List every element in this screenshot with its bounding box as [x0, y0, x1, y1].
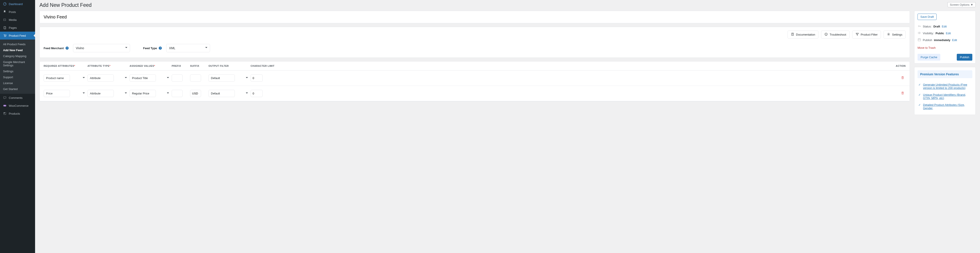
sidebar-label: Dashboard — [9, 2, 23, 6]
sidebar-item-comments[interactable]: Comments — [0, 94, 35, 102]
edit-schedule-link[interactable]: Edit — [952, 38, 957, 42]
sidebar-meta: Save Draft Status: Draft Edit Visibility… — [914, 11, 975, 118]
char-limit-input[interactable] — [251, 74, 262, 82]
submenu-product-feed: All Product Feeds Add New Feed Category … — [0, 40, 35, 94]
check-icon: ✓ — [918, 93, 921, 100]
sidebar-item-woocommerce[interactable]: Woo WooCommerce — [0, 102, 35, 110]
schedule-row: Publish immediately Edit — [918, 37, 972, 43]
documentation-button[interactable]: Documentation — [788, 30, 818, 38]
premium-link[interactable]: Detailed Product Attributes (Size, Gende… — [923, 103, 972, 110]
svg-rect-1 — [3, 19, 6, 21]
svg-point-5 — [4, 37, 5, 37]
sidebar-item-product-feed[interactable]: Product Feed — [0, 32, 35, 40]
comments-icon — [3, 96, 7, 100]
save-draft-button[interactable]: Save Draft — [918, 14, 937, 20]
suffix-input[interactable] — [190, 74, 201, 82]
output-filter-select[interactable]: Default — [208, 74, 251, 82]
premium-link[interactable]: Unique Product Identifiers (Brand, GTIN,… — [923, 93, 972, 100]
feed-config-card: Documentation Troubleshoot Product Filte… — [40, 27, 910, 58]
status-row: Status: Draft Edit — [918, 23, 972, 30]
document-icon — [791, 32, 794, 37]
submenu-get-started[interactable]: Get Started — [0, 86, 35, 92]
submenu-license[interactable]: License — [0, 80, 35, 86]
attr-type-select[interactable]: Attribute — [88, 90, 130, 97]
prefix-input[interactable] — [172, 90, 183, 97]
media-icon — [3, 18, 7, 22]
delete-row-button[interactable] — [900, 75, 906, 82]
troubleshoot-button[interactable]: Troubleshoot — [821, 30, 850, 38]
sidebar-label: Comments — [9, 96, 22, 99]
help-icon[interactable]: ? — [65, 46, 68, 50]
pin-icon — [3, 10, 7, 14]
button-label: Product Filter — [861, 33, 878, 36]
col-header-action: ACTION — [281, 64, 906, 67]
required-attr-select[interactable]: Product name — [44, 74, 88, 82]
delete-row-button[interactable] — [900, 91, 906, 97]
main-content: Add New Product Feed Screen Options ▼ Do… — [35, 0, 980, 253]
settings-button[interactable]: Settings — [883, 30, 906, 38]
svg-point-6 — [5, 37, 6, 37]
premium-feature-item: ✓ Generate Unlimited Products (Free vers… — [918, 81, 972, 91]
feed-type-select[interactable]: XML — [166, 44, 210, 52]
edit-status-link[interactable]: Edit — [942, 25, 947, 28]
submenu-add-new[interactable]: Add New Feed — [0, 47, 35, 53]
button-label: Troubleshoot — [830, 33, 846, 36]
svg-point-19 — [919, 32, 920, 33]
svg-rect-10 — [4, 112, 5, 113]
feed-merchant-select[interactable]: Vivino — [73, 44, 130, 52]
required-attr-select[interactable]: Price — [44, 90, 88, 97]
filter-icon — [856, 32, 859, 37]
col-header-prefix: PREFIX — [172, 64, 190, 67]
svg-rect-20 — [918, 38, 920, 41]
prefix-input[interactable] — [172, 74, 183, 82]
assigned-value-select[interactable]: Regular Price — [130, 90, 172, 97]
sidebar-label: Media — [9, 18, 16, 21]
page-title: Add New Product Feed — [40, 2, 92, 8]
help-icon[interactable]: ? — [159, 46, 162, 50]
feed-merchant-label: Feed Merchant ? — [44, 46, 68, 50]
premium-link[interactable]: Generate Unlimited Products (Free versio… — [923, 83, 972, 90]
sidebar-item-dashboard[interactable]: Dashboard — [0, 0, 35, 8]
premium-box: Premium Version Features ✓ Generate Unli… — [914, 67, 975, 115]
cart-icon — [3, 34, 7, 38]
sidebar-item-products[interactable]: Products — [0, 110, 35, 117]
move-to-trash-link[interactable]: Move to Trash — [918, 46, 935, 50]
eye-icon — [918, 31, 921, 35]
suffix-input[interactable] — [190, 90, 201, 97]
screen-options-toggle[interactable]: Screen Options ▼ — [948, 2, 975, 7]
sidebar-item-pages[interactable]: Pages — [0, 24, 35, 32]
col-header-required: REQUIRED ATTRIBUTES — [44, 64, 88, 67]
submenu-google-merchant[interactable]: Google Merchant Settings — [0, 59, 35, 68]
dashboard-icon — [3, 2, 7, 6]
info-icon — [824, 32, 828, 37]
product-filter-button[interactable]: Product Filter — [852, 30, 881, 38]
svg-point-17 — [888, 34, 889, 35]
assigned-value-select[interactable]: Product Title — [130, 74, 172, 82]
attr-type-select[interactable]: Attribute — [88, 74, 130, 82]
submenu-all-feeds[interactable]: All Product Feeds — [0, 41, 35, 47]
publish-box: Save Draft Status: Draft Edit Visibility… — [914, 11, 975, 64]
purge-cache-button[interactable]: Purge Cache — [918, 54, 940, 61]
sidebar-label: Product Feed — [9, 34, 26, 37]
premium-feature-item: ✓ Detailed Product Attributes (Size, Gen… — [918, 101, 972, 112]
admin-sidebar: Dashboard Posts Media Pages Product Feed… — [0, 0, 35, 253]
screen-options-label: Screen Options — [950, 3, 970, 6]
submenu-support[interactable]: Support — [0, 74, 35, 80]
col-header-suffix: SUFFIX — [190, 64, 208, 67]
feed-title-input[interactable] — [40, 11, 910, 23]
check-icon: ✓ — [918, 103, 921, 110]
products-icon — [3, 111, 7, 116]
char-limit-input[interactable] — [251, 90, 262, 97]
woocommerce-icon: Woo — [3, 103, 7, 108]
table-row: Product name Attribute Product Title Def… — [40, 70, 910, 86]
submenu-category-mapping[interactable]: Category Mapping — [0, 53, 35, 59]
submenu-settings[interactable]: Settings — [0, 68, 35, 74]
gear-icon — [887, 32, 890, 37]
publish-button[interactable]: Publish — [957, 54, 972, 61]
edit-visibility-link[interactable]: Edit — [946, 32, 951, 35]
sidebar-item-media[interactable]: Media — [0, 16, 35, 24]
feed-type-label: Feed Type ? — [143, 46, 162, 50]
output-filter-select[interactable]: Default — [208, 90, 251, 97]
sidebar-item-posts[interactable]: Posts — [0, 8, 35, 16]
chevron-down-icon: ▼ — [970, 3, 973, 6]
